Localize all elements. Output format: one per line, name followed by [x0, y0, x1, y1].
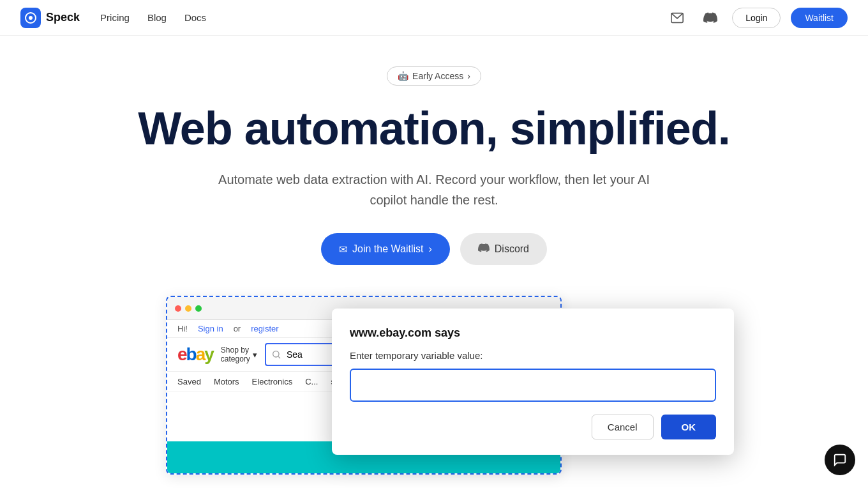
discord-button[interactable]: Discord — [460, 233, 547, 265]
discord-label: Discord — [495, 243, 529, 255]
ebay-sign-in[interactable]: Sign in — [198, 324, 223, 333]
dialog-cancel-button[interactable]: Cancel — [592, 415, 654, 439]
early-access-text: Early Access — [412, 71, 463, 81]
logo-icon — [20, 8, 41, 28]
chat-bubble-button[interactable] — [825, 445, 855, 475]
logo-text: Speck — [46, 11, 80, 24]
mail-btn-icon: ✉ — [339, 243, 347, 255]
dialog-buttons: Cancel OK — [350, 415, 716, 439]
hero-title: Web automation, simplified. — [13, 103, 855, 154]
ebay-shop-by-chevron: ▾ — [253, 350, 257, 360]
ebay-greeting: Hi! — [177, 324, 188, 333]
mail-icon-button[interactable] — [666, 6, 689, 29]
hero-section: 🤖 Early Access › Web automation, simplif… — [0, 36, 868, 265]
ebay-shop-by[interactable]: Shop bycategory ▾ — [221, 346, 257, 364]
ebay-cat-motors[interactable]: Motors — [214, 377, 239, 386]
early-access-badge[interactable]: 🤖 Early Access › — [387, 66, 481, 86]
nav-link-docs[interactable]: Docs — [184, 12, 206, 23]
demo-area: Hi! Sign in or register Daily Deals Bran… — [166, 296, 868, 481]
ebay-register[interactable]: register — [251, 324, 278, 333]
browser-dot-close — [175, 305, 181, 312]
join-waitlist-button[interactable]: ✉ Join the Waitlist › — [321, 233, 450, 265]
ebay-shop-by-text: Shop bycategory — [221, 346, 250, 364]
navbar: Speck Pricing Blog Docs Login Waitlist — [0, 0, 868, 36]
ebay-cat-other1[interactable]: C... — [305, 377, 318, 386]
ebay-cat-saved[interactable]: Saved — [177, 377, 201, 386]
early-access-icon: 🤖 — [398, 71, 408, 81]
browser-dot-minimize — [185, 305, 191, 312]
svg-line-4 — [278, 356, 280, 358]
discord-btn-icon — [478, 242, 490, 256]
join-waitlist-arrow: › — [428, 243, 431, 255]
variable-dialog: www.ebay.com says Enter temporary variab… — [332, 309, 734, 455]
waitlist-nav-button[interactable]: Waitlist — [791, 8, 848, 28]
browser-dot-maximize — [195, 305, 202, 312]
ebay-or: or — [234, 324, 241, 333]
dialog-subtitle: Enter temporary variable value: — [350, 350, 716, 361]
nav-link-blog[interactable]: Blog — [147, 12, 167, 23]
dialog-ok-button[interactable]: OK — [661, 415, 717, 439]
nav-actions: Login Waitlist — [666, 6, 848, 29]
hero-subtitle: Automate web data extraction with AI. Re… — [217, 169, 651, 210]
dialog-title: www.ebay.com says — [350, 326, 716, 340]
hero-buttons: ✉ Join the Waitlist › Discord — [13, 233, 855, 265]
early-access-chevron: › — [467, 71, 470, 81]
nav-link-pricing[interactable]: Pricing — [100, 12, 130, 23]
login-button[interactable]: Login — [732, 8, 781, 28]
ebay-logo: ebay — [177, 344, 213, 365]
nav-links: Pricing Blog Docs — [100, 12, 666, 23]
ebay-cat-electronics[interactable]: Electronics — [252, 377, 293, 386]
join-waitlist-label: Join the Waitlist — [352, 243, 423, 255]
svg-point-1 — [29, 16, 33, 20]
svg-point-3 — [273, 351, 279, 357]
discord-icon-button[interactable] — [699, 6, 722, 29]
logo-link[interactable]: Speck — [20, 8, 80, 28]
dialog-input[interactable] — [350, 369, 716, 402]
